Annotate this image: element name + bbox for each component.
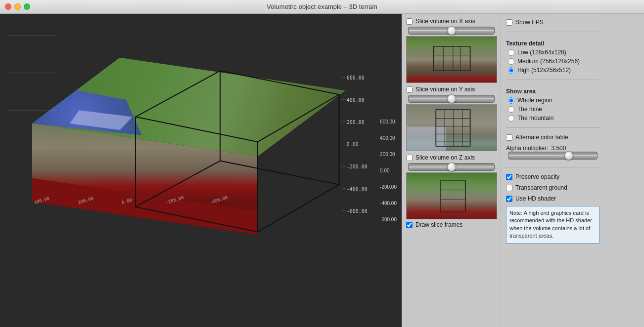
slice-y-row: Slice volume on Y axis	[406, 86, 497, 93]
slice-y-section: Slice volume on Y axis	[406, 86, 497, 104]
minimize-button[interactable]	[14, 3, 21, 10]
note-box: Note: A high end graphics card is recomm…	[506, 206, 599, 244]
slice-x-checkbox[interactable]	[406, 18, 413, 25]
x-slice-lines	[407, 37, 497, 83]
show-area-mountain-label: The mountain	[517, 115, 553, 122]
x-terrain-preview	[407, 37, 497, 82]
slice-x-row: Slice volume on X axis	[406, 18, 497, 25]
preserve-opacity-row: Preserve opacity	[506, 173, 599, 180]
note-text: Note: A high end graphics card is recomm…	[509, 210, 592, 239]
slice-y-slider[interactable]	[408, 95, 495, 103]
right-panel: Slice volume on X axis	[402, 14, 644, 327]
draw-slice-row: Draw slice frames	[406, 221, 497, 228]
z-preview-section: Slice volume on Z axis	[406, 154, 497, 228]
slice-x-section: Slice volume on X axis	[406, 18, 497, 36]
separator-1	[506, 32, 599, 32]
slice-z-checkbox[interactable]	[406, 155, 413, 161]
close-button[interactable]	[5, 3, 11, 10]
alt-color-row: Alternate color table	[506, 134, 599, 141]
alpha-value: 3.500	[551, 145, 566, 152]
show-area-mine-label: The mine	[517, 106, 542, 113]
alpha-section: Alpha multiplier: 3.500	[506, 145, 599, 161]
x-preview-image	[406, 36, 497, 83]
z-terrain-preview	[407, 173, 497, 219]
show-area-mountain-radio[interactable]	[508, 115, 514, 122]
show-fps-label: Show FPS	[515, 19, 544, 26]
z-slice-lines	[407, 173, 497, 219]
separator-2	[506, 80, 599, 80]
alpha-label-row: Alpha multiplier: 3.500	[506, 145, 599, 152]
svg-rect-19	[441, 180, 465, 212]
show-area-section: Show area Whole region The mine The moun…	[506, 86, 599, 122]
alpha-slider[interactable]	[508, 152, 598, 160]
window-controls[interactable]	[5, 3, 30, 10]
3d-viewport[interactable]: 600.00 400.00 200.00 0.00 -200.00 -400.0…	[0, 14, 402, 327]
separator-3	[506, 127, 599, 128]
preserve-opacity-checkbox[interactable]	[506, 174, 512, 180]
transparent-ground-label: Transparent ground	[515, 184, 567, 191]
alt-color-checkbox[interactable]	[506, 134, 512, 141]
y-preview-section: Slice volume on Y axis	[406, 86, 497, 151]
slice-y-label: Slice volume on Y axis	[415, 86, 475, 93]
draw-slice-frames-checkbox[interactable]	[406, 222, 413, 228]
y-preview-image	[406, 104, 497, 151]
slice-y-slider-container	[406, 95, 497, 104]
transparent-ground-checkbox[interactable]	[506, 185, 512, 191]
hd-shader-checkbox[interactable]	[506, 196, 512, 202]
show-area-radio-group: Whole region The mine The mountain	[506, 97, 599, 122]
axis-labels: 600.00 400.00 200.00 0.00 -200.00 -400.0…	[380, 119, 397, 222]
slice-z-section: Slice volume on Z axis	[406, 154, 497, 172]
slice-x-label: Slice volume on X axis	[415, 18, 475, 25]
slice-y-checkbox[interactable]	[406, 86, 413, 93]
controls-column: Show FPS Texture detail Low (128x64x128)…	[501, 14, 604, 327]
show-area-whole-radio[interactable]	[508, 97, 514, 104]
show-area-whole-label: Whole region	[517, 97, 552, 104]
slice-z-slider-container	[406, 163, 497, 172]
texture-medium-radio[interactable]	[508, 58, 514, 65]
hd-shader-label: Use HD shader	[515, 195, 556, 202]
texture-radio-group: Low (128x64x128) Medium (256x128x256) Hi…	[506, 49, 599, 74]
draw-slice-frames-label: Draw slice frames	[415, 221, 462, 228]
y-slice-lines	[407, 105, 497, 151]
main-content: 600.00 400.00 200.00 0.00 -200.00 -400.0…	[0, 14, 644, 327]
svg-rect-8	[407, 127, 446, 151]
texture-low-radio[interactable]	[508, 49, 514, 56]
slice-x-slider-container	[406, 27, 497, 36]
show-fps-checkbox[interactable]	[506, 19, 512, 26]
preview-column: Slice volume on X axis	[402, 14, 501, 327]
y-terrain-preview	[407, 105, 497, 151]
texture-low-row: Low (128x64x128)	[508, 49, 599, 56]
titlebar: Volumetric object example – 3D terrain	[0, 0, 644, 14]
fps-row: Show FPS	[506, 19, 599, 26]
show-area-label: Show area	[506, 88, 599, 95]
texture-medium-label: Medium (256x128x256)	[517, 58, 580, 65]
show-area-whole-row: Whole region	[508, 97, 599, 104]
terrain-canvas	[0, 14, 402, 327]
texture-detail-section: Texture detail Low (128x64x128) Medium (…	[506, 38, 599, 74]
x-preview-section: Slice volume on X axis	[406, 18, 497, 83]
preserve-opacity-label: Preserve opacity	[515, 173, 559, 180]
hd-shader-row: Use HD shader	[506, 195, 599, 202]
transparent-ground-row: Transparent ground	[506, 184, 599, 191]
separator-4	[506, 167, 599, 167]
show-area-mine-row: The mine	[508, 106, 599, 113]
slice-x-slider[interactable]	[408, 27, 495, 35]
texture-detail-label: Texture detail	[506, 40, 599, 47]
texture-medium-row: Medium (256x128x256)	[508, 58, 599, 65]
slice-z-label: Slice volume on Z axis	[415, 154, 475, 161]
z-preview-image	[406, 172, 497, 219]
window-title: Volumetric object example – 3D terrain	[267, 3, 377, 10]
alpha-label: Alpha multiplier:	[506, 145, 548, 152]
texture-low-label: Low (128x64x128)	[517, 49, 566, 56]
maximize-button[interactable]	[24, 3, 30, 10]
svg-rect-0	[433, 46, 470, 71]
texture-high-radio[interactable]	[508, 67, 514, 74]
slice-z-slider[interactable]	[408, 163, 495, 171]
alt-color-label: Alternate color table	[515, 134, 568, 141]
show-area-mountain-row: The mountain	[508, 115, 599, 122]
show-area-mine-radio[interactable]	[508, 106, 514, 113]
texture-high-label: High (512x256x512)	[517, 67, 571, 74]
slice-z-row: Slice volume on Z axis	[406, 154, 497, 161]
alpha-slider-container	[506, 152, 599, 161]
texture-high-row: High (512x256x512)	[508, 67, 599, 74]
